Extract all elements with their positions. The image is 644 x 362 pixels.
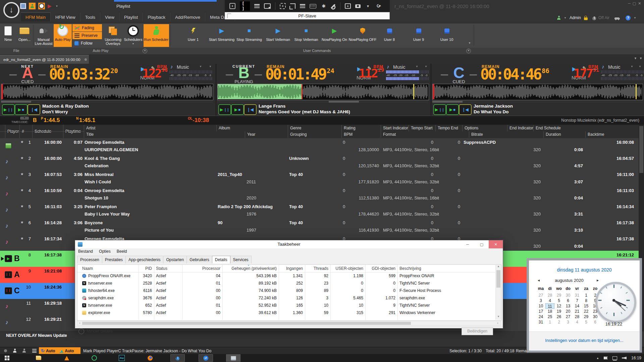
group-label-user-commands-close-icon[interactable]: ✕ bbox=[466, 49, 471, 53]
play-red-icon[interactable]: ▶ bbox=[48, 3, 52, 9]
tm-tab-services[interactable]: Services bbox=[230, 256, 252, 263]
schedulers-button[interactable]: Schedulers▼ bbox=[123, 24, 143, 47]
col-format[interactable]: Format bbox=[381, 131, 469, 138]
deck-menu-caret-icon[interactable]: ▼ bbox=[209, 65, 212, 68]
manual-live-assist-button[interactable]: Manual Live-Assist bbox=[34, 24, 53, 47]
deck-waveform[interactable] bbox=[432, 84, 643, 100]
ribbon-scroll-caret-icon[interactable]: ▼ bbox=[468, 42, 472, 45]
toggle-follow[interactable]: Follow bbox=[72, 40, 102, 47]
vnc-target-dashed-icon[interactable] bbox=[280, 3, 286, 9]
playlist-row-6[interactable]: ♪*616:14:283:06Boyzone90Top 4000016:17:3… bbox=[0, 219, 644, 235]
menu-tab-tools[interactable]: Tools bbox=[80, 13, 100, 21]
help-caret-icon[interactable]: ▼ bbox=[634, 16, 636, 19]
vnc-fullscreen-icon[interactable]: [ ] bbox=[240, 1, 250, 11]
calendar-day[interactable]: 28 bbox=[573, 314, 582, 319]
tm-process-row[interactable]: fshoster64.exe6116Actief0074.900 kB80989… bbox=[77, 287, 495, 294]
user-command-start-velleman[interactable]: ▶Start Velleman bbox=[264, 24, 292, 47]
maximize-icon[interactable]: ▢ bbox=[633, 1, 636, 6]
tm-col-pid[interactable]: PID bbox=[124, 265, 152, 272]
deck-cue-button[interactable]: ❘◀ bbox=[459, 104, 472, 115]
schedulers-button-caret-icon[interactable]: ▼ bbox=[123, 42, 143, 46]
calendar-day[interactable]: 13 bbox=[564, 303, 573, 309]
media-green-icon[interactable] bbox=[91, 355, 98, 361]
tm-close-icon[interactable]: ✕ bbox=[489, 240, 503, 248]
close-icon[interactable]: ✕ bbox=[638, 1, 641, 6]
col-end-indicator[interactable]: End Indicator bbox=[507, 125, 533, 131]
mic-app-icon[interactable] bbox=[170, 354, 185, 362]
calendar-day[interactable]: 18 bbox=[545, 309, 554, 314]
calendar-day[interactable]: 28 bbox=[545, 293, 554, 298]
calendar-day[interactable]: 25 bbox=[545, 314, 554, 319]
col-tempo-start[interactable]: Tempo Start bbox=[409, 125, 435, 131]
source-caret-icon[interactable]: ▼ bbox=[416, 65, 419, 68]
playlist-row-2[interactable]: ♪*216:00:004:50Kool & The GangUnknown000… bbox=[0, 154, 644, 171]
deck-playstop-button[interactable]: ▶■ bbox=[15, 104, 28, 115]
minimize-icon[interactable]: ─ bbox=[628, 1, 631, 6]
tm-process-row[interactable]: ProppFrexx ONAIR.exe3420Actief04543.196 … bbox=[77, 272, 495, 280]
tm-col-beschrijving[interactable]: Beschrijving bbox=[399, 265, 467, 272]
clock-orange-icon[interactable] bbox=[38, 3, 45, 9]
firefox-icon[interactable] bbox=[146, 355, 154, 361]
calendar-day[interactable]: 30 bbox=[564, 293, 573, 298]
col-year[interactable]: Year bbox=[245, 131, 288, 138]
user-command-nowplaying-on[interactable]: ▶NowPlaying On bbox=[320, 24, 348, 47]
calendar-day[interactable]: 1 bbox=[582, 293, 591, 298]
playlist-row-5[interactable]: ♪*516:11:033:25Peter FramptonRadio 2 Top… bbox=[0, 202, 644, 219]
deck-playpause-button[interactable]: ▶❘❘ bbox=[218, 104, 231, 115]
new-button[interactable]: New bbox=[1, 24, 15, 47]
calendar-month-title[interactable]: augustus 2020 bbox=[542, 278, 596, 283]
sync-app-icon[interactable]: ⇄ bbox=[199, 354, 213, 362]
tab-close-icon[interactable]: ⊗ bbox=[84, 55, 87, 64]
calendar-day[interactable]: 17 bbox=[536, 309, 545, 314]
calendar-day[interactable]: 4 bbox=[573, 319, 582, 325]
tm-col-gdi-objecten[interactable]: GDI-objecten bbox=[367, 265, 395, 272]
tm-tab-app-geschiedenis[interactable]: App-geschiedenis bbox=[125, 256, 163, 263]
taskbar-clock[interactable]: 16:19 bbox=[631, 356, 641, 360]
tm-tab-gebruikers[interactable]: Gebruikers bbox=[186, 256, 212, 263]
deck-playstop-button[interactable]: ▶■ bbox=[446, 104, 459, 115]
calendar-day[interactable]: 27 bbox=[564, 314, 573, 319]
deck-playpause-button[interactable]: ▶❘❘ bbox=[2, 104, 15, 115]
playlist-row-1[interactable]: *116:00:000:07Omroep Eemsdelta000Suppres… bbox=[0, 138, 644, 155]
vnc-chevron-down-icon[interactable]: ▼ bbox=[365, 3, 371, 9]
menu-tab-hfm-main[interactable]: HFM Main bbox=[21, 12, 51, 21]
waveform-scrollbar[interactable] bbox=[432, 101, 642, 103]
col-grouping[interactable]: Grouping bbox=[288, 131, 341, 138]
vnc-menu2-icon[interactable] bbox=[300, 4, 305, 8]
calendar-day[interactable]: 15 bbox=[582, 303, 591, 309]
tab-list-caret-icon[interactable]: ▼ bbox=[634, 57, 637, 60]
user-caret-icon[interactable]: ▼ bbox=[564, 16, 567, 19]
calendar-day[interactable]: 30 bbox=[591, 314, 600, 319]
tm-tab-opstarten[interactable]: Opstarten bbox=[163, 256, 187, 263]
help-icon[interactable]: ? bbox=[626, 15, 631, 20]
calendar-day-selected[interactable]: 11 bbox=[545, 303, 554, 309]
calendar-day[interactable]: 22 bbox=[582, 309, 591, 314]
calendar-day[interactable]: 29 bbox=[554, 293, 564, 298]
waveform-scroll-thumb[interactable] bbox=[1, 101, 31, 103]
calendar-day[interactable]: 1 bbox=[545, 319, 554, 325]
playlist-tab[interactable]: edr_ns_format2_even @ 11-8-2020 16:00:00… bbox=[0, 55, 89, 64]
tm-col-user-objecten[interactable]: USER-objecten bbox=[334, 265, 363, 272]
menu-tab-view[interactable]: View bbox=[100, 13, 119, 21]
vnc-menu-icon[interactable] bbox=[254, 4, 260, 8]
user-command-user-1[interactable]: User 1 bbox=[179, 24, 207, 47]
calendar-day[interactable]: 31 bbox=[536, 319, 545, 325]
run-scheduler-button[interactable]: Run Scheduler bbox=[144, 24, 169, 47]
col-artist[interactable]: Artist bbox=[84, 125, 216, 131]
app-window-icon[interactable] bbox=[20, 3, 26, 9]
col-duration[interactable]: Duration bbox=[543, 131, 585, 138]
tm-tab-prestaties[interactable]: Prestaties bbox=[102, 256, 126, 263]
calendar-day[interactable]: 8 bbox=[582, 298, 591, 303]
menu-tab-playback[interactable]: Playback bbox=[143, 13, 170, 21]
calendar-day[interactable]: 10 bbox=[536, 303, 545, 309]
deck-cue-button[interactable]: ❘◀ bbox=[28, 104, 40, 115]
tm-tab-details[interactable]: Details bbox=[212, 256, 230, 263]
app-logo-icon[interactable]: ↓ bbox=[3, 2, 19, 18]
toggle-fading[interactable]: Fading bbox=[72, 24, 102, 32]
source-caret-icon[interactable]: ▼ bbox=[199, 65, 203, 68]
waveform-scroll-thumb[interactable] bbox=[432, 101, 463, 103]
col-bitrate[interactable]: Bitrate bbox=[469, 131, 543, 138]
user-command-nowplaying-off[interactable]: NowPlaying OFF bbox=[348, 24, 377, 47]
open-button[interactable]: Open... bbox=[16, 24, 33, 47]
user-command-stop-streaming[interactable]: ■Stop Streaming bbox=[235, 24, 263, 47]
